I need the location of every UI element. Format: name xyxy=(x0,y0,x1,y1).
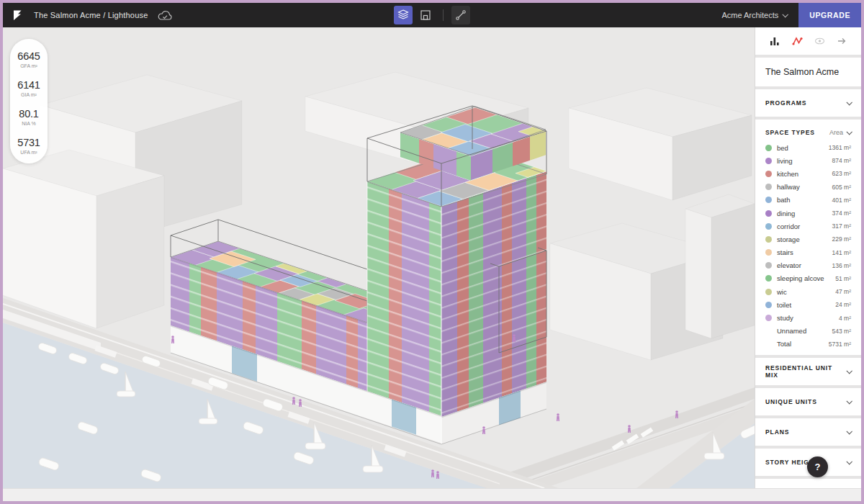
space-type-row[interactable]: stairs141 m² xyxy=(755,246,861,259)
section-residential-unit-mix[interactable]: RESIDENTIAL UNIT MIX xyxy=(755,358,861,385)
space-type-row-total: Total5731 m² xyxy=(755,338,861,351)
section-programs[interactable]: PROGRAMS xyxy=(755,89,861,117)
bar-chart-icon[interactable] xyxy=(768,35,781,48)
color-dot xyxy=(765,184,772,190)
space-type-row[interactable]: wic47 m² xyxy=(755,285,861,298)
flow-graph-icon[interactable] xyxy=(791,35,804,48)
3d-scene xyxy=(3,27,755,488)
space-type-label: storage xyxy=(777,235,832,243)
space-type-row[interactable]: bed1361 m² xyxy=(755,141,861,154)
space-type-label: bed xyxy=(777,144,829,152)
sidebar-project-title: The Salmon Acme xyxy=(755,58,861,86)
color-dot xyxy=(765,275,772,282)
chevron-down-icon xyxy=(846,428,852,434)
metric-value: 80.1 xyxy=(10,108,48,120)
color-dot xyxy=(765,249,772,256)
space-type-value: 141 m² xyxy=(832,249,851,256)
space-type-row[interactable]: dining374 m² xyxy=(755,207,861,220)
section-plans[interactable]: PLANS xyxy=(755,418,861,446)
space-type-value: 543 m² xyxy=(832,328,851,335)
space-type-row[interactable]: bath401 m² xyxy=(755,194,861,207)
metric-label: GIA m² xyxy=(10,92,48,97)
color-dot xyxy=(765,262,772,269)
metric-value: 6645 xyxy=(10,50,48,62)
space-types-heading: SPACE TYPES xyxy=(765,129,815,136)
chevron-down-icon xyxy=(846,129,852,135)
space-type-row[interactable]: elevator136 m² xyxy=(755,259,861,272)
sidebar-icon-row xyxy=(755,27,861,55)
help-button[interactable]: ? xyxy=(807,456,828,477)
upgrade-button[interactable]: UPGRADE xyxy=(798,3,861,27)
space-type-row[interactable]: living874 m² xyxy=(755,154,861,167)
space-type-value: 1361 m² xyxy=(829,144,851,151)
space-type-row-unnamed[interactable]: Unnamed543 m² xyxy=(755,325,861,338)
right-sidebar: The Salmon Acme PROGRAMS SPACE TYPES Are… xyxy=(755,27,861,488)
right-facade xyxy=(441,171,546,444)
chevron-down-icon xyxy=(783,12,788,17)
finch-logo-icon[interactable] xyxy=(12,9,24,22)
metric-gia: 6141 GIA m² xyxy=(10,79,48,97)
measure-icon xyxy=(455,9,467,21)
space-type-label: wic xyxy=(777,288,835,296)
metric-label: NIA % xyxy=(10,121,48,126)
section-label: RESIDENTIAL UNIT MIX xyxy=(765,364,847,379)
eye-icon[interactable] xyxy=(813,35,826,48)
space-type-row[interactable]: corridor317 m² xyxy=(755,220,861,233)
collapse-arrow-right-icon[interactable] xyxy=(835,35,848,48)
section-unique-units[interactable]: UNIQUE UNITS xyxy=(755,388,861,415)
space-type-value: 623 m² xyxy=(832,170,851,177)
space-type-row[interactable]: hallway605 m² xyxy=(755,181,861,194)
measure-tool-button[interactable] xyxy=(451,6,470,24)
org-switcher[interactable]: Acme Architects xyxy=(721,11,787,19)
chevron-down-icon xyxy=(846,398,852,404)
project-title[interactable]: The Salmon Acme / Lighthouse xyxy=(34,11,148,19)
metric-label: UFA m² xyxy=(10,150,48,155)
space-type-row[interactable]: sleeping alcove51 m² xyxy=(755,272,861,285)
toolbar-divider xyxy=(443,9,444,21)
space-type-label: Unnamed xyxy=(777,327,832,335)
view-toolbar xyxy=(394,3,470,27)
chevron-down-icon xyxy=(847,368,852,374)
footer-strip xyxy=(3,488,861,501)
space-type-label: living xyxy=(777,157,832,165)
color-dot xyxy=(765,315,772,321)
area-unit-selector[interactable]: Area xyxy=(829,129,851,136)
metric-ufa: 5731 UFA m² xyxy=(10,137,48,155)
metric-nia: 80.1 NIA % xyxy=(10,108,48,126)
space-type-label: hallway xyxy=(777,183,832,191)
plan-view-button[interactable] xyxy=(416,6,435,24)
space-type-label: kitchen xyxy=(777,170,832,178)
area-unit-value: Area xyxy=(829,129,843,136)
chevron-down-icon xyxy=(846,459,852,464)
space-type-label: dining xyxy=(777,210,832,217)
chevron-down-icon xyxy=(846,99,852,105)
metrics-panel: 6645 GFA m² 6141 GIA m² 80.1 NIA % 5731 … xyxy=(10,39,48,163)
space-type-label: sleeping alcove xyxy=(777,274,835,282)
space-type-row[interactable]: study4 m² xyxy=(755,311,861,324)
3d-viewport[interactable] xyxy=(3,27,755,488)
space-type-row[interactable]: kitchen623 m² xyxy=(755,167,861,180)
metric-label: GFA m² xyxy=(10,63,48,68)
space-type-label: study xyxy=(777,314,839,322)
color-dot xyxy=(765,223,772,230)
section-outer-walls[interactable]: OUTER WALLS xyxy=(755,479,861,488)
space-type-value: 874 m² xyxy=(832,157,851,164)
space-type-value: 605 m² xyxy=(832,184,851,191)
top-bar: The Salmon Acme / Lighthouse xyxy=(3,3,861,27)
space-type-value: 401 m² xyxy=(832,197,851,204)
color-dot xyxy=(765,302,772,308)
layers-3d-icon xyxy=(397,9,409,21)
space-type-value: 374 m² xyxy=(832,210,851,217)
space-type-value: 4 m² xyxy=(839,315,851,322)
space-type-value: 317 m² xyxy=(832,222,851,230)
space-type-label: corridor xyxy=(777,222,832,230)
space-type-value: 5731 m² xyxy=(829,341,851,348)
space-type-row[interactable]: toilet24 m² xyxy=(755,298,861,311)
space-type-row[interactable]: storage229 m² xyxy=(755,233,861,246)
cloud-sync-icon xyxy=(158,10,172,21)
space-type-value: 24 m² xyxy=(835,301,851,308)
layers-3d-view-button[interactable] xyxy=(394,6,413,24)
space-type-label: elevator xyxy=(777,261,832,269)
space-type-value: 51 m² xyxy=(835,275,851,282)
color-dot xyxy=(765,197,772,203)
